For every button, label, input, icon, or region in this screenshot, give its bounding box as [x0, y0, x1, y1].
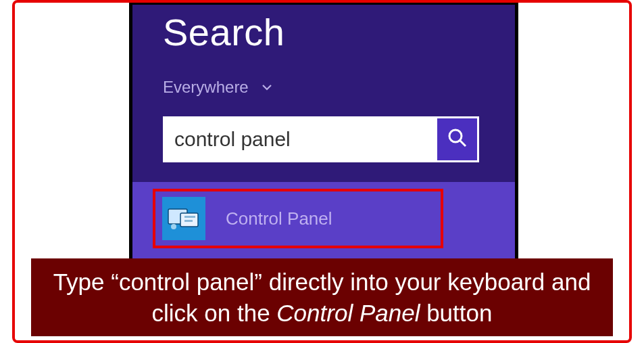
search-scope-dropdown[interactable]: Everywhere	[163, 78, 273, 97]
search-results-area: Control Panel	[132, 182, 515, 259]
search-icon	[447, 127, 468, 152]
caption-text: Type “control panel” directly into your …	[51, 267, 593, 328]
instruction-card: Search Everywhere	[12, 0, 632, 343]
search-title: Search	[163, 10, 284, 54]
result-label: Control Panel	[226, 208, 332, 229]
svg-point-4	[171, 224, 176, 229]
svg-point-0	[449, 130, 462, 142]
svg-line-1	[460, 141, 466, 146]
caption-after: button	[420, 300, 492, 326]
chevron-down-icon	[261, 81, 273, 93]
screenshot-frame: Search Everywhere	[129, 1, 518, 262]
search-button[interactable]	[435, 118, 477, 160]
instruction-caption: Type “control panel” directly into your …	[31, 258, 613, 336]
caption-emphasis: Control Panel	[276, 300, 420, 326]
svg-rect-5	[184, 216, 195, 218]
control-panel-icon	[162, 197, 205, 240]
search-row	[163, 116, 479, 162]
search-input[interactable]	[165, 118, 435, 160]
scope-label: Everywhere	[163, 78, 249, 97]
windows-search-panel: Search Everywhere	[132, 5, 515, 259]
result-control-panel[interactable]: Control Panel	[153, 189, 443, 248]
svg-rect-6	[184, 220, 193, 222]
